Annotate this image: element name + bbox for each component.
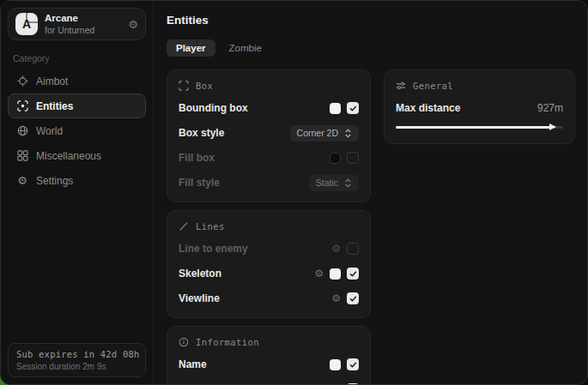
box-style-dropdown[interactable]: Corner 2D — [290, 125, 359, 141]
app-logo: A — [15, 13, 38, 35]
fill-box-row: Fill box — [179, 150, 359, 165]
box-style-label: Box style — [179, 127, 224, 139]
sidebar-item-label: Settings — [36, 175, 73, 187]
fill-style-value: Static — [316, 177, 338, 188]
diagonal-line-icon — [179, 221, 189, 232]
sidebar-item-label: Entities — [36, 100, 73, 112]
profile-text: Arcane for Unturned — [45, 12, 94, 36]
skeleton-color-swatch[interactable] — [330, 268, 341, 280]
sidebar-item-miscellaneous[interactable]: Miscellaneous — [8, 143, 146, 168]
skeleton-gear-icon[interactable]: ⚙ — [314, 268, 324, 279]
information-section-card: Information Name — [167, 326, 371, 385]
app-subtitle: for Unturned — [45, 25, 94, 36]
max-distance-label: Max distance — [396, 102, 460, 114]
check-icon — [349, 270, 357, 278]
sidebar-item-label: Aimbot — [36, 75, 68, 87]
fill-style-row: Fill style Static — [179, 175, 359, 190]
crosshair-icon — [16, 75, 28, 87]
app-name: Arcane — [45, 12, 94, 24]
viewline-label: Viewline — [179, 292, 220, 304]
sidebar-item-label: World — [36, 125, 63, 137]
entities-scan-icon — [16, 100, 28, 112]
check-icon — [349, 361, 357, 369]
general-section-header: General — [396, 81, 563, 91]
line-to-enemy-label: Line to enemy — [179, 243, 248, 255]
max-distance-value: 927m — [537, 102, 563, 114]
lines-section-header: Lines — [179, 221, 359, 232]
max-distance-slider-thumb[interactable] — [549, 123, 557, 131]
sidebar-item-settings[interactable]: ⚙ Settings — [8, 168, 146, 193]
arcane-menu-window: A Arcane for Unturned ⚙ Category Aimbot — [0, 0, 588, 385]
information-section-title: Information — [196, 337, 259, 347]
check-icon — [349, 105, 357, 112]
profile-settings-gear-icon[interactable]: ⚙ — [128, 18, 138, 31]
profile-card: A Arcane for Unturned ⚙ — [8, 8, 146, 40]
grid-icon — [16, 150, 28, 162]
category-label: Category — [13, 53, 141, 63]
subscription-card: Sub expires in 42d 08h Session duration … — [8, 343, 146, 377]
information-section-header: Information — [179, 337, 359, 347]
box-section-header: Box — [179, 81, 359, 91]
line-to-enemy-checkbox[interactable] — [347, 243, 359, 255]
name-checkbox[interactable] — [347, 358, 359, 370]
sidebar-item-aimbot[interactable]: Aimbot — [8, 69, 146, 93]
sub-expires-text: Sub expires in 42d 08h — [16, 349, 137, 359]
viewline-row: Viewline ⚙ — [179, 291, 359, 306]
bounding-box-label: Bounding box — [179, 102, 248, 114]
category-nav: Aimbot Entities — [8, 69, 146, 193]
tab-player[interactable]: Player — [167, 39, 215, 57]
bounding-box-checkbox[interactable] — [347, 102, 359, 114]
skeleton-checkbox[interactable] — [347, 268, 359, 280]
box-style-value: Corner 2D — [297, 128, 338, 138]
line-to-enemy-row: Line to enemy ⚙ — [179, 241, 359, 256]
fill-style-label: Fill style — [179, 177, 220, 189]
chevrons-up-down-icon — [344, 129, 352, 138]
fill-box-checkbox[interactable] — [347, 152, 359, 164]
max-distance-row: Max distance 927m — [396, 100, 563, 116]
bounding-box-color-swatch[interactable] — [330, 103, 341, 114]
box-section-card: Box Bounding box — [167, 69, 371, 202]
lines-section-title: Lines — [196, 221, 225, 232]
arrow-thumb-icon — [549, 123, 557, 131]
name-row: Name — [179, 357, 359, 372]
box-corners-icon — [179, 81, 189, 91]
fill-box-label: Fill box — [179, 152, 215, 164]
viewline-checkbox[interactable] — [347, 292, 359, 304]
sliders-icon — [396, 81, 406, 91]
chevrons-up-down-icon — [344, 178, 352, 188]
bounding-box-row: Bounding box — [179, 100, 359, 116]
viewline-gear-icon[interactable]: ⚙ — [331, 293, 341, 304]
general-section-title: General — [413, 81, 453, 91]
tab-zombie[interactable]: Zombie — [220, 39, 271, 57]
box-section-title: Box — [196, 81, 213, 91]
sidebar-item-world[interactable]: World — [8, 118, 146, 143]
fill-box-color-swatch[interactable] — [330, 153, 341, 164]
name-label: Name — [179, 358, 207, 370]
lines-section-card: Lines Line to enemy ⚙ Skeleton ⚙ — [167, 210, 371, 318]
general-section-card: General Max distance 927m — [384, 69, 575, 144]
sidebar-item-entities[interactable]: Entities — [8, 93, 146, 118]
check-icon — [349, 295, 357, 303]
max-distance-slider-fill — [396, 126, 551, 129]
distance-row: Distance — [179, 382, 359, 385]
box-style-row: Box style Corner 2D — [179, 125, 359, 141]
page-title: Entities — [167, 14, 575, 27]
fill-style-dropdown[interactable]: Static — [309, 175, 359, 191]
skeleton-row: Skeleton ⚙ — [179, 266, 359, 281]
name-color-swatch[interactable] — [330, 359, 341, 370]
max-distance-slider[interactable] — [396, 122, 563, 132]
info-icon — [179, 337, 189, 347]
slider-track[interactable] — [396, 126, 563, 129]
tab-bar: Player Zombie — [167, 39, 575, 57]
skeleton-label: Skeleton — [179, 268, 221, 280]
sidebar-item-label: Miscellaneous — [36, 150, 101, 162]
main-panel: Entities Player Zombie Box Bounding box — [154, 1, 587, 384]
globe-icon — [16, 125, 28, 137]
gear-icon: ⚙ — [16, 175, 28, 187]
sidebar: A Arcane for Unturned ⚙ Category Aimbot — [1, 1, 154, 384]
line-to-enemy-gear-icon[interactable]: ⚙ — [331, 244, 341, 254]
session-duration-text: Session duration 2m 9s — [16, 362, 137, 371]
